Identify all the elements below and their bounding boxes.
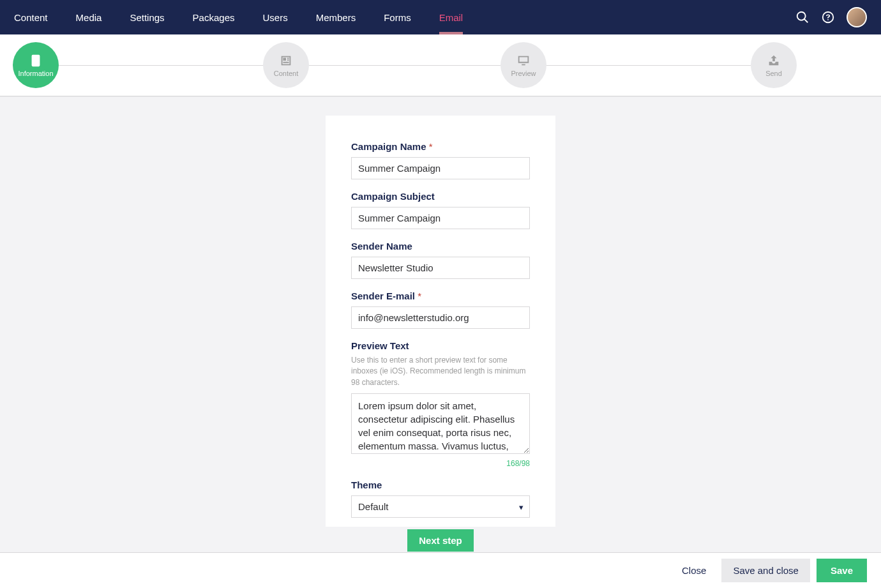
nav-item-users[interactable]: Users bbox=[248, 0, 301, 34]
nav-item-content[interactable]: Content bbox=[0, 0, 62, 34]
step-label: Information bbox=[18, 70, 53, 77]
monitor-icon bbox=[516, 54, 531, 68]
steps-bar: Information Content Preview bbox=[0, 34, 881, 96]
nav-item-media[interactable]: Media bbox=[62, 0, 116, 34]
newspaper-icon bbox=[279, 54, 293, 68]
top-nav: Content Media Settings Packages Users Me… bbox=[0, 0, 881, 34]
save-and-close-button[interactable]: Save and close bbox=[721, 559, 810, 582]
editor-scroll-area[interactable]: Campaign Name * Campaign Subject Sender … bbox=[0, 96, 881, 552]
field-sender-name: Sender Name bbox=[351, 241, 530, 279]
step-connector bbox=[546, 65, 751, 66]
field-campaign-subject: Campaign Subject bbox=[351, 191, 530, 229]
label-text: Sender E-mail bbox=[351, 290, 415, 301]
user-avatar[interactable] bbox=[847, 7, 867, 27]
nav-item-settings[interactable]: Settings bbox=[116, 0, 178, 34]
field-sender-email: Sender E-mail * bbox=[351, 290, 530, 329]
required-mark: * bbox=[418, 290, 421, 301]
sender-name-input[interactable] bbox=[351, 257, 530, 279]
search-icon[interactable] bbox=[795, 10, 809, 24]
next-step-button[interactable]: Next step bbox=[407, 529, 474, 552]
label-preview-text: Preview Text bbox=[351, 340, 530, 351]
preview-text-textarea[interactable] bbox=[351, 393, 530, 454]
step-connector bbox=[309, 65, 501, 66]
field-theme: Theme Default bbox=[351, 479, 530, 518]
nav-item-forms[interactable]: Forms bbox=[370, 0, 425, 34]
help-icon[interactable] bbox=[821, 10, 835, 24]
editor-footer: Close Save and close Save bbox=[0, 552, 881, 588]
field-campaign-name: Campaign Name * bbox=[351, 141, 530, 179]
outbox-icon bbox=[767, 54, 781, 68]
nav-item-members[interactable]: Members bbox=[302, 0, 370, 34]
step-label: Send bbox=[765, 70, 782, 77]
campaign-name-input[interactable] bbox=[351, 157, 530, 179]
nav-tools bbox=[795, 7, 867, 27]
label-campaign-subject: Campaign Subject bbox=[351, 191, 530, 202]
step-label: Preview bbox=[511, 70, 536, 77]
step-label: Content bbox=[274, 70, 299, 77]
step-connector bbox=[59, 65, 263, 66]
sender-email-input[interactable] bbox=[351, 306, 530, 329]
clipboard-icon bbox=[29, 54, 43, 68]
label-sender-email: Sender E-mail * bbox=[351, 290, 530, 301]
step-send[interactable]: Send bbox=[751, 42, 797, 88]
campaign-subject-input[interactable] bbox=[351, 207, 530, 229]
information-card: Campaign Name * Campaign Subject Sender … bbox=[326, 116, 555, 527]
step-preview[interactable]: Preview bbox=[501, 42, 546, 88]
field-preview-text: Preview Text Use this to enter a short p… bbox=[351, 340, 530, 468]
label-text: Campaign Name bbox=[351, 141, 426, 152]
required-mark: * bbox=[429, 141, 433, 152]
nav-item-packages[interactable]: Packages bbox=[179, 0, 249, 34]
label-theme: Theme bbox=[351, 479, 530, 490]
nav-sections: Content Media Settings Packages Users Me… bbox=[0, 0, 477, 34]
theme-select[interactable]: Default bbox=[351, 495, 530, 518]
label-campaign-name: Campaign Name * bbox=[351, 141, 530, 152]
label-sender-name: Sender Name bbox=[351, 241, 530, 252]
preview-text-counter: 168/98 bbox=[351, 459, 530, 468]
step-content[interactable]: Content bbox=[263, 42, 309, 88]
close-button[interactable]: Close bbox=[673, 560, 715, 581]
step-information[interactable]: Information bbox=[13, 42, 59, 88]
save-button[interactable]: Save bbox=[817, 559, 867, 582]
help-preview-text: Use this to enter a short preview text f… bbox=[351, 355, 530, 388]
nav-item-email[interactable]: Email bbox=[425, 0, 478, 34]
